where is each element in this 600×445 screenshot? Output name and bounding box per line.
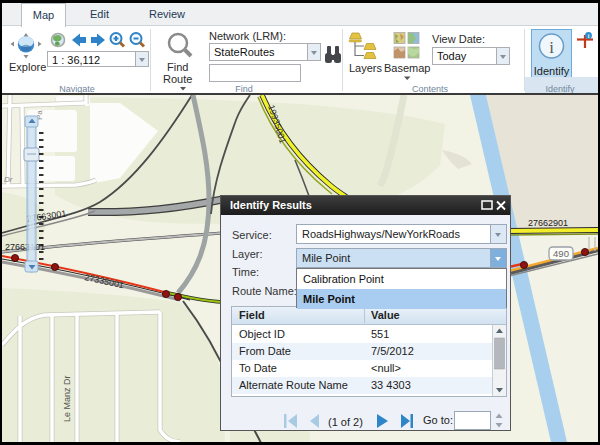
svg-text:Le Manz Dr: Le Manz Dr	[62, 375, 72, 422]
svg-text:i: i	[549, 38, 554, 57]
svg-text:490: 490	[553, 248, 569, 259]
svg-text:27662901: 27662901	[528, 218, 568, 228]
svg-text:Dr: Dr	[4, 175, 13, 184]
svg-text:27663101: 27663101	[5, 242, 45, 252]
svg-text:(1 of 2): (1 of 2)	[328, 416, 363, 428]
